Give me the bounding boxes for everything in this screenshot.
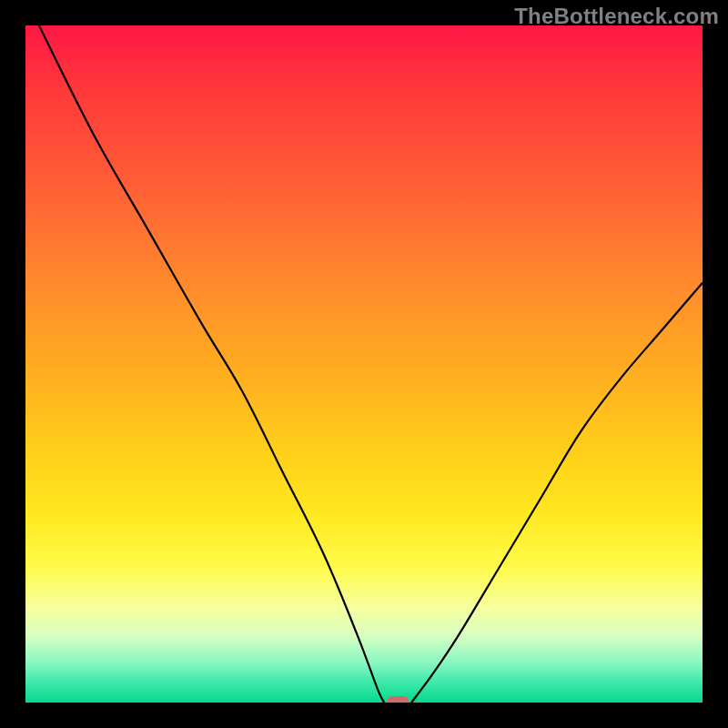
curve-layer (25, 25, 703, 703)
bottleneck-marker (387, 696, 409, 703)
left-branch-curve (39, 25, 384, 703)
watermark-text: TheBottleneck.com (514, 4, 719, 29)
right-branch-curve (411, 283, 703, 703)
plot-area (25, 25, 703, 703)
chart-frame: TheBottleneck.com (0, 0, 728, 728)
